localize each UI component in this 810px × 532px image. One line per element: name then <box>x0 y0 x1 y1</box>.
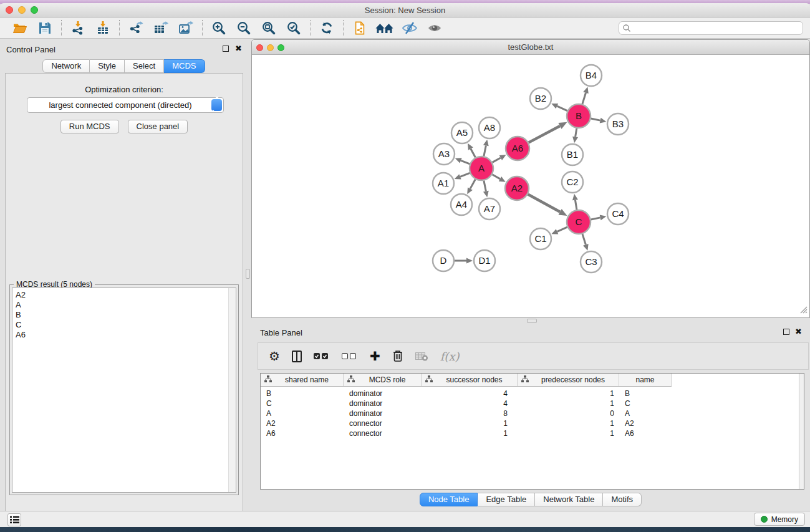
cell-shared-name[interactable]: A <box>261 409 344 418</box>
result-item-b[interactable]: B <box>12 310 236 320</box>
graph-edge-A2-C[interactable] <box>528 195 567 216</box>
zoom-network-window-button[interactable] <box>277 44 284 51</box>
table-row-a[interactable]: Adominator80A <box>261 409 804 418</box>
graph-node-C[interactable]: C <box>567 210 591 234</box>
table-row-a6[interactable]: A6connector11A6 <box>261 428 804 438</box>
table-row-c[interactable]: Cdominator41C <box>261 399 804 409</box>
graph-node-C1[interactable]: C1 <box>530 228 551 249</box>
divider-grip-vertical[interactable] <box>246 269 250 279</box>
graph-node-C3[interactable]: C3 <box>581 251 602 273</box>
cell-successor-nodes[interactable]: 1 <box>422 429 518 438</box>
graph-node-A[interactable]: A <box>470 157 493 180</box>
cell-mcds-role[interactable]: dominator <box>344 399 422 408</box>
table-scrollbar[interactable] <box>799 374 804 489</box>
tab-network-table[interactable]: Network Table <box>535 493 603 506</box>
search-input[interactable] <box>631 22 803 34</box>
close-panel-icon[interactable]: ✖ <box>235 46 242 52</box>
graph-node-D1[interactable]: D1 <box>474 250 495 271</box>
delete-row-trash-icon[interactable] <box>392 350 403 362</box>
memory-button[interactable]: Memory <box>754 513 805 526</box>
tab-network[interactable]: Network <box>42 59 90 73</box>
cell-name[interactable]: C <box>619 399 672 408</box>
import-network-icon[interactable] <box>65 19 90 37</box>
zoom-out-icon[interactable] <box>231 19 256 37</box>
tab-select[interactable]: Select <box>125 59 164 73</box>
close-network-window-button[interactable] <box>256 44 263 51</box>
close-panel-button[interactable]: Close panel <box>128 120 188 133</box>
export-network-icon[interactable] <box>123 19 148 37</box>
divider-grip-horizontal[interactable] <box>527 319 537 323</box>
graph-edge-A-A7[interactable] <box>483 181 489 198</box>
table-row-a2[interactable]: A2connector11A2 <box>261 418 804 428</box>
cell-name[interactable]: B <box>619 389 672 398</box>
add-row-icon[interactable]: ✚ <box>370 350 380 362</box>
graph-edge-C-C1[interactable] <box>551 227 567 234</box>
close-table-panel-icon[interactable]: ✖ <box>795 329 802 335</box>
graph-node-B3[interactable]: B3 <box>607 114 629 135</box>
graph-edge-B-B1[interactable] <box>572 128 578 143</box>
graph-edge-A-A4[interactable] <box>467 180 475 195</box>
criterion-dropdown[interactable]: largest connected component (directed) <box>27 97 224 113</box>
float-panel-icon[interactable] <box>223 46 229 52</box>
graph-node-A1[interactable]: A1 <box>433 173 454 194</box>
cell-predecessor-nodes[interactable]: 0 <box>518 409 619 418</box>
graph-edge-A-A6[interactable] <box>493 155 506 162</box>
graph-edge-A-A1[interactable] <box>455 173 470 179</box>
cell-successor-nodes[interactable]: 8 <box>422 409 518 418</box>
graph-node-C4[interactable]: C4 <box>607 203 629 225</box>
graph-edge-A6-B[interactable] <box>529 122 567 143</box>
graph-edge-A-A2[interactable] <box>492 175 505 182</box>
graph-node-A5[interactable]: A5 <box>451 122 473 143</box>
cell-mcds-role[interactable]: connector <box>344 429 422 438</box>
graph-node-B4[interactable]: B4 <box>581 65 602 86</box>
cell-shared-name[interactable]: A6 <box>261 429 344 438</box>
column-header-mcds-role[interactable]: MCDS role <box>344 374 422 386</box>
graph-node-A3[interactable]: A3 <box>433 143 455 165</box>
graph-node-A6[interactable]: A6 <box>506 137 529 160</box>
result-scrollbar[interactable] <box>228 288 236 492</box>
cell-mcds-role[interactable]: connector <box>344 419 422 428</box>
graph-edge-C-C2[interactable] <box>572 194 578 210</box>
minimize-network-window-button[interactable] <box>267 44 274 51</box>
share-document-icon[interactable] <box>347 19 372 37</box>
graph-node-B1[interactable]: B1 <box>562 144 583 165</box>
search-box[interactable] <box>619 21 803 35</box>
run-mcds-button[interactable]: Run MCDS <box>60 120 119 133</box>
cell-successor-nodes[interactable]: 4 <box>422 399 518 408</box>
cell-mcds-role[interactable]: dominator <box>344 409 422 418</box>
import-table-icon[interactable] <box>90 19 115 37</box>
graph-edge-C-C4[interactable] <box>591 215 607 220</box>
cell-successor-nodes[interactable]: 1 <box>422 419 518 428</box>
graph-edge-A-A5[interactable] <box>468 143 475 158</box>
graph-node-D[interactable]: D <box>433 250 454 271</box>
tab-mcds[interactable]: MCDS <box>164 59 205 73</box>
cell-predecessor-nodes[interactable]: 1 <box>518 389 619 398</box>
cell-predecessor-nodes[interactable]: 1 <box>518 429 619 438</box>
column-header-name[interactable]: name <box>619 374 672 386</box>
graph-edge-B-B4[interactable] <box>582 87 589 104</box>
graph-node-C2[interactable]: C2 <box>562 172 583 193</box>
delete-table-icon[interactable] <box>415 352 428 361</box>
graph-edge-D-D1[interactable] <box>455 258 473 264</box>
cell-shared-name[interactable]: B <box>261 389 344 398</box>
cell-mcds-role[interactable]: dominator <box>344 389 422 398</box>
graph-node-A7[interactable]: A7 <box>479 198 500 220</box>
zoom-in-icon[interactable] <box>206 19 231 37</box>
export-image-icon[interactable] <box>173 19 198 37</box>
cell-name[interactable]: A2 <box>619 419 672 428</box>
cell-shared-name[interactable]: C <box>261 399 344 408</box>
graph-edge-B-B3[interactable] <box>591 118 607 123</box>
save-session-icon[interactable] <box>32 19 57 37</box>
zoom-selected-icon[interactable] <box>281 19 306 37</box>
cell-name[interactable]: A6 <box>619 429 672 438</box>
open-session-icon[interactable] <box>7 19 32 37</box>
task-history-button[interactable] <box>7 513 21 526</box>
float-table-panel-icon[interactable] <box>783 329 789 335</box>
graph-edge-C-C3[interactable] <box>582 234 589 251</box>
select-all-rows-icon[interactable] <box>314 353 330 359</box>
hide-details-eye-slash-icon[interactable] <box>397 19 422 37</box>
home-icon[interactable] <box>372 19 397 37</box>
graph-node-A4[interactable]: A4 <box>451 194 472 215</box>
deselect-all-rows-icon[interactable] <box>342 353 358 359</box>
table-row-b[interactable]: Bdominator41B <box>261 389 804 399</box>
